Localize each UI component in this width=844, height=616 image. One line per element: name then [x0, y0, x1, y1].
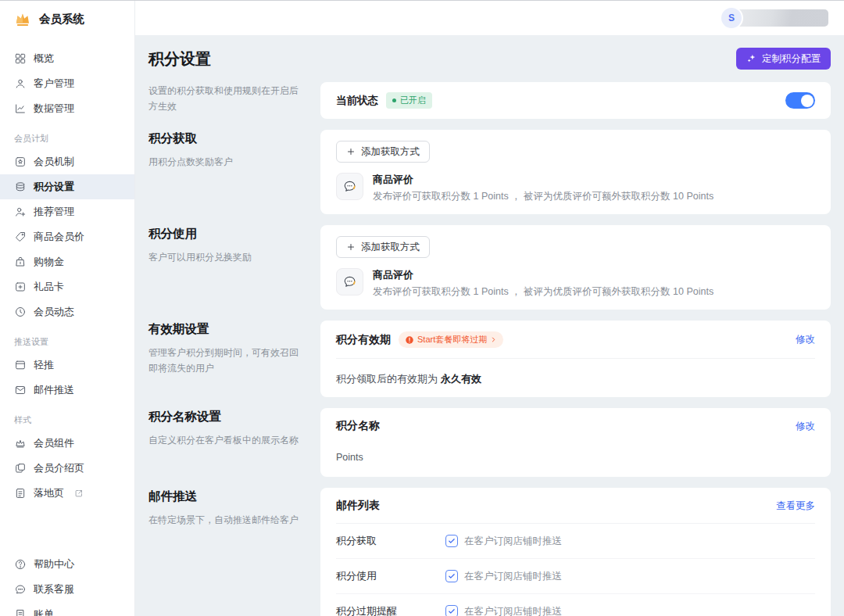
app-window: 会员系统 概览 客户管理 数据管理 会员计划 会员机制 积分设置	[0, 1, 844, 616]
plus-icon	[346, 147, 356, 156]
usage-rule-desc: 发布评价可获取积分数 1 Points ， 被评为优质评价可额外获取积分数 10…	[373, 285, 713, 299]
plus-icon	[346, 242, 356, 252]
email-list-title: 邮件列表	[336, 499, 380, 513]
add-earning-method-button[interactable]: 添加获取方式	[336, 141, 430, 163]
validity-card: 积分有效期 Start套餐即将过期 修改 积分领取后的有效期为永久有效	[320, 321, 831, 397]
page-title: 积分设置	[148, 48, 211, 70]
usage-section: 积分使用 客户可以用积分兑换奖励 添加获取方式	[148, 225, 831, 310]
status-toggle[interactable]	[785, 92, 815, 109]
sidebar-item-help-center[interactable]: 帮助中心	[0, 552, 134, 577]
check-icon	[448, 607, 456, 615]
email-checkbox[interactable]	[445, 535, 458, 547]
check-icon	[448, 572, 456, 580]
points-validity-title: 积分有效期	[336, 333, 391, 347]
validity-desc: 管理客户积分到期时间，可有效召回即将流失的用户	[148, 345, 300, 377]
naming-card: 积分名称 修改 Points	[320, 408, 831, 477]
usage-desc: 客户可以用积分兑换奖励	[148, 249, 300, 265]
topbar: S	[135, 1, 844, 35]
sidebar-footer: 帮助中心 联系客服 账单	[0, 552, 134, 616]
sidebar-item-data-management[interactable]: 数据管理	[0, 96, 134, 121]
earning-section: 积分获取 用积分点数奖励客户 添加获取方式	[148, 130, 831, 214]
email-row-points-earning: 积分获取 在客户订阅店铺时推送	[336, 524, 815, 559]
sidebar-item-points-settings[interactable]: 积分设置	[0, 174, 134, 199]
modify-name-link[interactable]: 修改	[796, 420, 815, 433]
view-more-link[interactable]: 查看更多	[776, 500, 815, 513]
email-row-points-usage: 积分使用 在客户订阅店铺时推送	[336, 559, 815, 594]
sidebar-nav: 概览 客户管理 数据管理 会员计划 会员机制 积分设置 推荐管理	[0, 37, 134, 506]
sidebar-item-contact-support[interactable]: 联系客服	[0, 577, 134, 602]
naming-section: 积分名称设置 自定义积分在客户看板中的展示名称 积分名称 修改 Points	[148, 408, 831, 477]
earning-heading: 积分获取	[148, 131, 300, 147]
chevron-right-icon	[490, 336, 497, 343]
sidebar-item-referral-management[interactable]: 推荐管理	[0, 199, 134, 224]
page-subtitle: 设置的积分获取和使用规则在开启后方生效	[148, 83, 300, 115]
user-plus-icon	[14, 206, 27, 218]
status-badge: 已开启	[386, 92, 432, 109]
points-settings-page: 积分设置 定制积分配置 设置的积分获取和使用规则在开启后方生效 当前状态	[135, 35, 844, 616]
sidebar-section-style: 样式	[0, 403, 134, 431]
earning-desc: 用积分点数奖励客户	[148, 154, 300, 170]
divider	[336, 358, 815, 359]
naming-desc: 自定义积分在客户看板中的展示名称	[148, 432, 300, 448]
email-heading: 邮件推送	[148, 489, 300, 505]
earning-rule-title: 商品评价	[373, 173, 713, 187]
sidebar-item-email-push[interactable]: 邮件推送	[0, 378, 134, 403]
clock-icon	[14, 306, 27, 318]
crown-outline-icon	[14, 437, 27, 449]
review-bubble-icon	[342, 274, 357, 289]
email-checkbox[interactable]	[445, 570, 458, 582]
review-icon-box	[336, 173, 363, 200]
customize-points-button[interactable]: 定制积分配置	[736, 48, 831, 70]
mail-icon	[14, 384, 27, 396]
email-row-points-expiry-reminder: 积分过期提醒 在客户订阅店铺时推送	[336, 594, 815, 616]
sidebar-item-customers[interactable]: 客户管理	[0, 71, 134, 96]
earning-rule-item[interactable]: 商品评价 发布评价可获取积分数 1 Points ， 被评为优质评价可额外获取积…	[336, 173, 815, 203]
email-section: 邮件推送 在特定场景下，自动推送邮件给客户 邮件列表 查看更多 积分获取	[148, 488, 831, 616]
status-card: 当前状态 已开启	[320, 82, 831, 119]
user-icon	[14, 77, 27, 90]
sidebar-section-membership-plan: 会员计划	[0, 121, 134, 149]
add-usage-method-button[interactable]: 添加获取方式	[336, 236, 430, 258]
check-icon	[448, 537, 456, 545]
receipt-icon	[14, 608, 27, 616]
status-section: 设置的积分获取和使用规则在开启后方生效 当前状态 已开启	[148, 82, 831, 119]
panel-icon	[14, 359, 27, 371]
green-dot-icon	[392, 98, 396, 102]
gift-card-icon	[14, 281, 27, 293]
usage-rule-item[interactable]: 商品评价 发布评价可获取积分数 1 Points ， 被评为优质评价可额外获取积…	[336, 268, 815, 299]
sidebar-item-membership-mechanism[interactable]: 会员机制	[0, 149, 134, 174]
app-logo[interactable]: 会员系统	[0, 1, 134, 37]
grid-icon	[14, 52, 27, 65]
sidebar-item-overview[interactable]: 概览	[0, 46, 134, 71]
usage-rule-title: 商品评价	[373, 268, 713, 282]
validity-text: 积分领取后的有效期为永久有效	[336, 372, 815, 386]
coins-icon	[14, 181, 27, 193]
tag-icon	[14, 231, 27, 243]
usage-card: 添加获取方式 商品评价 发布评价可获取积分数 1 Points ， 被评为优质评…	[320, 225, 831, 310]
points-name-title: 积分名称	[336, 419, 380, 433]
validity-value: 永久有效	[441, 373, 481, 385]
review-icon-box	[336, 268, 363, 295]
app-title: 会员系统	[39, 12, 84, 27]
plan-expiry-badge[interactable]: Start套餐即将过期	[399, 331, 503, 348]
avatar[interactable]: S	[721, 8, 742, 28]
sidebar-item-member-activity[interactable]: 会员动态	[0, 299, 134, 324]
sidebar-item-gift-card[interactable]: 礼品卡	[0, 274, 134, 299]
email-card: 邮件列表 查看更多 积分获取 在客户订阅店铺时推送	[320, 488, 831, 616]
email-checkbox[interactable]	[445, 605, 458, 616]
review-bubble-icon	[342, 179, 357, 194]
naming-heading: 积分名称设置	[148, 409, 300, 425]
sidebar-item-landing-page[interactable]: 落地页	[0, 481, 134, 506]
sidebar-item-nudge[interactable]: 轻推	[0, 353, 134, 378]
sidebar-item-member-widget[interactable]: 会员组件	[0, 431, 134, 456]
chart-icon	[14, 102, 27, 115]
modify-validity-link[interactable]: 修改	[796, 333, 815, 346]
chat-icon	[14, 583, 27, 596]
sidebar-item-member-price[interactable]: 商品会员价	[0, 224, 134, 249]
alert-circle-icon	[405, 335, 414, 345]
sidebar: 会员系统 概览 客户管理 数据管理 会员计划 会员机制 积分设置	[0, 1, 135, 616]
sidebar-item-shopping-credit[interactable]: 购物金	[0, 249, 134, 274]
points-name-value: Points	[336, 452, 815, 466]
sidebar-item-member-intro-page[interactable]: 会员介绍页	[0, 456, 134, 481]
sidebar-item-billing[interactable]: 账单	[0, 602, 134, 616]
